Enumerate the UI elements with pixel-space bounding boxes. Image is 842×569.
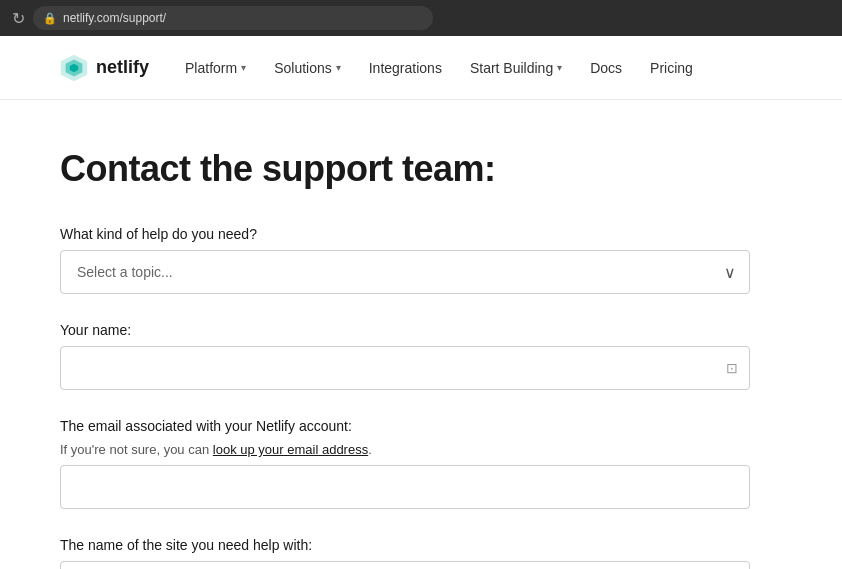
- nav-item-pricing[interactable]: Pricing: [638, 52, 705, 84]
- start-building-chevron-icon: ▾: [557, 62, 562, 73]
- site-label: The name of the site you need help with:: [60, 537, 782, 553]
- main-content: Contact the support team: What kind of h…: [0, 100, 842, 569]
- topic-group: What kind of help do you need? Select a …: [60, 226, 782, 294]
- url-text: netlify.com/support/: [63, 11, 166, 25]
- topic-select[interactable]: Select a topic...: [60, 250, 750, 294]
- nav-item-integrations[interactable]: Integrations: [357, 52, 454, 84]
- nav-item-platform[interactable]: Platform ▾: [173, 52, 258, 84]
- nav-logo[interactable]: netlify: [60, 54, 149, 82]
- email-group: The email associated with your Netlify a…: [60, 418, 782, 509]
- email-help-text: If you're not sure, you can look up your…: [60, 442, 782, 457]
- nav-item-docs[interactable]: Docs: [578, 52, 634, 84]
- nav-links: Platform ▾ Solutions ▾ Integrations Star…: [173, 52, 705, 84]
- logo-text: netlify: [96, 57, 149, 78]
- navbar: netlify Platform ▾ Solutions ▾ Integrati…: [0, 36, 842, 100]
- lock-icon: 🔒: [43, 12, 57, 25]
- support-form: What kind of help do you need? Select a …: [60, 226, 782, 569]
- name-input[interactable]: [60, 346, 750, 390]
- page-title: Contact the support team:: [60, 148, 782, 190]
- name-group: Your name: ⊡: [60, 322, 782, 390]
- nav-item-solutions[interactable]: Solutions ▾: [262, 52, 353, 84]
- site-group: The name of the site you need help with:: [60, 537, 782, 569]
- name-input-wrapper: ⊡: [60, 346, 750, 390]
- browser-chrome: ↻ 🔒 netlify.com/support/: [0, 0, 842, 36]
- site-input[interactable]: [60, 561, 750, 569]
- reload-icon[interactable]: ↻: [12, 9, 25, 28]
- site-input-wrapper: [60, 561, 750, 569]
- nav-item-start-building[interactable]: Start Building ▾: [458, 52, 574, 84]
- email-input[interactable]: [60, 465, 750, 509]
- solutions-chevron-icon: ▾: [336, 62, 341, 73]
- email-label: The email associated with your Netlify a…: [60, 418, 782, 434]
- lookup-email-link[interactable]: look up your email address: [213, 442, 368, 457]
- email-input-wrapper: [60, 465, 750, 509]
- url-bar[interactable]: 🔒 netlify.com/support/: [33, 6, 433, 30]
- name-label: Your name:: [60, 322, 782, 338]
- netlify-logo-icon: [60, 54, 88, 82]
- topic-select-wrapper: Select a topic... ∨: [60, 250, 750, 294]
- topic-label: What kind of help do you need?: [60, 226, 782, 242]
- platform-chevron-icon: ▾: [241, 62, 246, 73]
